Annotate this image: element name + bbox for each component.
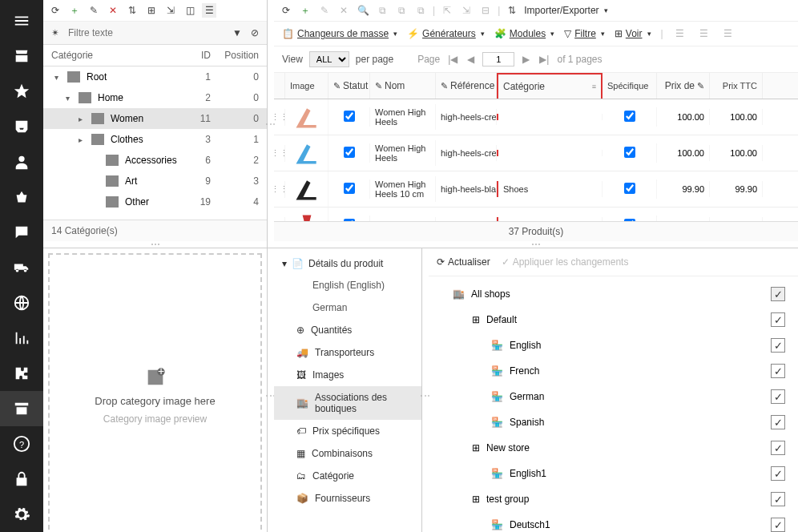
row-specific-checkbox[interactable] xyxy=(603,216,657,221)
filter-menu[interactable]: ▽ Filtre xyxy=(564,28,605,39)
nav-gear-icon[interactable] xyxy=(0,497,43,532)
nav-store-icon[interactable] xyxy=(0,38,43,74)
tree-row[interactable]: Art 9 3 xyxy=(43,171,267,191)
shop-row[interactable]: 🏪 Deutsch1 xyxy=(429,512,798,532)
grid-import-icon[interactable]: ⇅ xyxy=(505,3,519,18)
tree-row[interactable]: ▸ Clothes 3 1 xyxy=(43,129,267,150)
filter-gear-icon[interactable]: ✴ xyxy=(48,26,62,40)
grid-paste-icon[interactable]: ⧉ xyxy=(413,3,428,18)
detail-item[interactable]: 🏷Prix spécifiques xyxy=(274,420,421,442)
grid-row[interactable]: ⋮⋮ Dress 25252-blue Women 20.00 20.00 xyxy=(274,208,798,221)
shop-row[interactable]: ⊞ New store xyxy=(429,435,798,461)
grid-header-ref[interactable]: ✎ Référence xyxy=(436,73,497,99)
row-drag-handle[interactable]: ⋮⋮ xyxy=(274,109,285,126)
row-status-checkbox[interactable] xyxy=(328,143,370,163)
grid-m1-icon[interactable]: ☰ xyxy=(673,26,687,41)
shop-row[interactable]: 🏪 Spanish xyxy=(429,409,798,435)
filter-funnel-icon[interactable]: ▼ xyxy=(230,26,244,40)
detail-item[interactable]: ▦Combinaisons xyxy=(274,442,421,465)
row-specific-checkbox[interactable] xyxy=(603,107,657,127)
vertical-grip-2[interactable]: ⋮ xyxy=(268,248,274,532)
grid-t3-icon[interactable]: ⊟ xyxy=(478,3,493,18)
detail-head[interactable]: ▾ 📄 Détails du produit xyxy=(274,253,421,274)
category-image-dropzone[interactable]: + Drop category image here Category imag… xyxy=(48,253,262,532)
chevron-icon[interactable]: ▸ xyxy=(79,135,88,144)
nav-lock-icon[interactable] xyxy=(0,461,43,497)
delete-icon[interactable]: ✕ xyxy=(106,3,120,18)
grid-header-categorie[interactable]: Catégorie≡ xyxy=(497,73,603,99)
shop-checkbox[interactable] xyxy=(771,415,785,429)
nav-globe-icon[interactable] xyxy=(0,285,43,320)
import-export-menu[interactable]: Importer/Exporter xyxy=(524,5,607,16)
tree-row[interactable]: Other 19 4 xyxy=(43,191,267,212)
shop-checkbox[interactable] xyxy=(771,338,785,353)
vertical-grip-1[interactable]: ⋮ xyxy=(268,0,274,248)
nav-menu-icon[interactable] xyxy=(0,3,43,38)
grid-t1-icon[interactable]: ⇱ xyxy=(440,3,454,18)
tool1-icon[interactable]: ⇅ xyxy=(125,3,139,18)
grid-refresh-icon[interactable]: ⟳ xyxy=(279,3,293,18)
tool4-icon[interactable]: ◫ xyxy=(183,3,197,18)
shop-row[interactable]: ⊞ test group xyxy=(429,486,798,512)
nav-chart-icon[interactable] xyxy=(0,320,43,356)
grid-header-ttc[interactable]: Prix TTC xyxy=(710,73,763,99)
add-icon[interactable]: ＋ xyxy=(67,3,82,18)
nav-inbox-icon[interactable] xyxy=(0,109,43,144)
shop-row[interactable]: 🏬 All shops xyxy=(429,281,798,307)
row-status-checkbox[interactable] xyxy=(328,216,370,221)
tool3-icon[interactable]: ⇲ xyxy=(163,3,178,18)
modules-menu[interactable]: 🧩 Modules xyxy=(494,28,554,39)
grid-header-nom[interactable]: ✎ Nom xyxy=(370,73,436,99)
grid-grip[interactable]: ⋯ xyxy=(274,241,798,248)
nav-puzzle-icon[interactable] xyxy=(0,356,43,391)
grid-copy-icon[interactable]: ⧉ xyxy=(375,3,389,18)
vertical-grip-3[interactable]: ⋮ xyxy=(422,248,429,532)
shop-row[interactable]: 🏪 English1 xyxy=(429,461,798,486)
grid-search-icon[interactable]: 🔍 xyxy=(356,3,370,18)
detail-item[interactable]: 🏬Associations des boutiques xyxy=(274,386,421,420)
mass-changers-menu[interactable]: 📋 Changeurs de masse xyxy=(282,28,397,39)
grid-header-image[interactable]: Image xyxy=(285,73,328,99)
pager-last-icon[interactable]: ▶| xyxy=(538,54,550,65)
pager-page-input[interactable] xyxy=(482,52,514,66)
shop-row[interactable]: 🏪 English xyxy=(429,332,798,358)
grid-row[interactable]: ⋮⋮ Women High Heels high-heels-creamy 10… xyxy=(274,135,798,171)
shop-checkbox[interactable] xyxy=(771,466,785,481)
grid-row[interactable]: ⋮⋮ Women High Heels high-heels-creamy 10… xyxy=(274,99,798,135)
pager-perpage-select[interactable]: ALL xyxy=(309,51,349,67)
nav-truck-icon[interactable] xyxy=(0,250,43,285)
detail-item[interactable]: 🚚Transporteurs xyxy=(274,341,421,364)
chevron-icon[interactable]: ▸ xyxy=(79,115,88,123)
pager-prev-icon[interactable]: ◀ xyxy=(466,54,476,65)
generators-menu[interactable]: ⚡ Générateurs xyxy=(407,28,485,39)
tree-grip[interactable]: ⋯ xyxy=(43,241,267,248)
shop-checkbox[interactable] xyxy=(771,389,785,404)
grid-header-statut[interactable]: ✎ Statut xyxy=(328,73,370,99)
grid-header-prix[interactable]: Prix de ✎ xyxy=(657,73,710,99)
shop-checkbox[interactable] xyxy=(771,441,785,455)
tree-row[interactable]: ▾ Root 1 0 xyxy=(43,66,267,87)
view-menu[interactable]: ⊞ Voir xyxy=(615,28,651,39)
grid-delete-icon[interactable]: ✕ xyxy=(337,3,351,18)
shop-row[interactable]: ⊞ Default xyxy=(429,307,798,332)
grid-dup-icon[interactable]: ⧉ xyxy=(394,3,409,18)
grid-m3-icon[interactable]: ☰ xyxy=(721,26,736,41)
tree-filter-input[interactable] xyxy=(66,25,227,41)
shop-checkbox[interactable] xyxy=(771,287,785,301)
pager-first-icon[interactable]: |◀ xyxy=(446,54,459,65)
shop-checkbox[interactable] xyxy=(771,518,785,532)
detail-item[interactable]: 🗂Catégorie xyxy=(274,465,421,487)
tree-row[interactable]: ▾ Home 2 0 xyxy=(43,87,267,108)
row-specific-checkbox[interactable] xyxy=(603,143,657,163)
detail-item[interactable]: ⊕Quantités xyxy=(274,319,421,341)
grid-row[interactable]: ⋮⋮ Women High Heels 10 cm high-heels-bla… xyxy=(274,171,798,208)
detail-item[interactable]: 🖼Images xyxy=(274,364,421,386)
grid-add-icon[interactable]: ＋ xyxy=(298,3,312,18)
row-drag-handle[interactable]: ⋮⋮ xyxy=(274,181,285,198)
row-status-checkbox[interactable] xyxy=(328,179,370,199)
nav-person-icon[interactable] xyxy=(0,144,43,179)
nav-star-icon[interactable] xyxy=(0,74,43,109)
nav-archive-icon[interactable] xyxy=(0,391,43,426)
grid-m2-icon[interactable]: ☰ xyxy=(697,26,711,41)
tool5-icon[interactable]: ☰ xyxy=(202,3,216,18)
